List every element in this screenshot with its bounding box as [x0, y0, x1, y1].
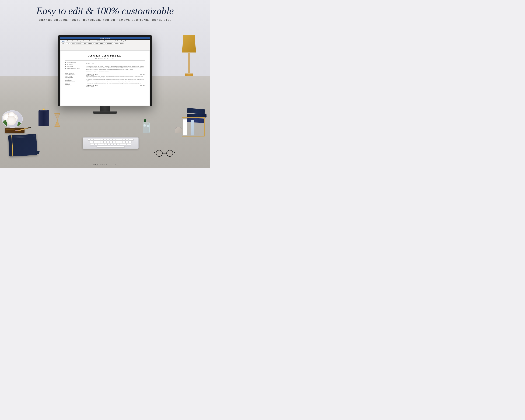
job-1-company: Company, Location — [86, 75, 145, 76]
key-row-2 — [84, 141, 137, 143]
rose-4 — [7, 116, 16, 125]
blue-accessories — [35, 151, 39, 154]
candle — [38, 109, 49, 126]
key-backspace — [129, 139, 133, 140]
svg-line-5 — [154, 152, 156, 153]
key — [119, 139, 122, 140]
contact-location: Your City, State — [65, 66, 84, 67]
resume-content: JAMES CAMPBELL PROFESSIONAL TITLE yourem… — [61, 51, 149, 105]
key — [88, 139, 91, 140]
candle-highlight — [40, 110, 47, 111]
svg-point-7 — [156, 150, 162, 156]
monitor-screen: Home Insert Draw Design Layout Reference… — [60, 40, 150, 106]
keyboard-keys — [83, 138, 138, 149]
style-title[interactable]: AaBb Title — [106, 42, 113, 45]
keyboard — [83, 137, 139, 149]
email-text: youremail@mail.com — [67, 62, 75, 63]
skill-5: Reducing Costs — [65, 78, 84, 79]
tab-view[interactable]: View — [109, 40, 114, 42]
skill-7: Resource Management — [65, 81, 84, 82]
tab-shape-format[interactable]: Shape Format — [120, 40, 130, 42]
key-row-space — [84, 146, 137, 148]
tape-dispenser — [175, 127, 182, 133]
lamp-shade — [182, 35, 196, 53]
key — [122, 141, 125, 143]
key — [110, 139, 112, 140]
tab-references[interactable]: References — [88, 40, 96, 42]
notebook — [8, 134, 37, 157]
key — [94, 139, 97, 140]
tab-draw[interactable]: Draw — [72, 40, 76, 42]
key — [116, 139, 119, 140]
word-title-text: 2 Page Resume — [100, 37, 110, 39]
key — [120, 143, 123, 145]
candle-body — [38, 110, 49, 126]
key — [125, 139, 128, 140]
style-normal[interactable]: AaBbCcDd Normal — [71, 42, 82, 45]
font-btn[interactable]: B I U — [66, 43, 70, 44]
key — [94, 141, 97, 143]
key-enter — [126, 143, 131, 145]
tab-insert[interactable]: Insert — [66, 40, 71, 42]
job-1-bullet-1: Targeting your resume to the job posting… — [87, 79, 145, 81]
key-caps — [90, 143, 94, 145]
ice-cube — [143, 124, 146, 127]
header-section: Easy to edit & 100% customizable CHANGE … — [0, 5, 210, 21]
summary-heading: SUMMARY — [86, 63, 145, 65]
key-tab — [90, 141, 94, 143]
style-heading2[interactable]: AaBbCc Heading 2 — [94, 42, 105, 45]
key — [107, 143, 110, 145]
monitor-stand-base — [93, 112, 117, 113]
key — [97, 141, 100, 143]
vase-bowl — [2, 110, 23, 128]
svg-line-6 — [173, 152, 175, 153]
desk-lamp — [182, 35, 196, 76]
card-in-organizer — [191, 120, 194, 135]
key — [123, 143, 126, 145]
organizer-frame — [182, 117, 205, 137]
skill-4: Improving Efficiency — [65, 77, 84, 78]
styles-btn[interactable]: Styles — [114, 43, 119, 44]
leaf-2 — [17, 122, 21, 128]
skill-9: Adaptability — [65, 84, 84, 85]
pen — [6, 130, 15, 130]
key — [129, 141, 131, 143]
tab-design[interactable]: Design — [76, 40, 82, 42]
desk-tray — [5, 128, 25, 133]
summary-text: Technical project manager with 9+ years … — [86, 66, 145, 70]
tab-review[interactable]: Review — [103, 40, 109, 42]
key — [97, 139, 100, 140]
glass-body — [143, 122, 150, 133]
tape-roll — [175, 127, 182, 133]
blue-accessory-1 — [35, 150, 40, 154]
contact-phone: 555.555.5555 — [65, 64, 84, 65]
key — [103, 141, 106, 143]
location-text: Your City, State — [67, 66, 73, 67]
linkedin-icon — [65, 68, 66, 69]
word-toolbar: Home Insert Draw Design Layout Reference… — [60, 40, 150, 51]
key — [110, 141, 112, 143]
key — [98, 143, 101, 145]
tab-layout[interactable]: Layout — [82, 40, 88, 42]
main-title: Easy to edit & 100% customizable — [0, 5, 210, 17]
style-heading1[interactable]: AaBbCc Heading 1 — [82, 42, 94, 45]
share-btn[interactable]: Share — [119, 43, 123, 44]
key — [103, 139, 106, 140]
skill-8: Leadership — [65, 83, 84, 84]
key — [125, 141, 128, 143]
key — [113, 141, 116, 143]
skill-1: Process Improvement — [65, 73, 84, 74]
key — [114, 143, 117, 145]
monitor-stand-neck — [100, 106, 110, 112]
flower-vase — [2, 110, 23, 128]
paste-btn[interactable]: Paste — [61, 43, 65, 44]
tab-mailings[interactable]: Mailings — [97, 40, 103, 42]
tab-home[interactable]: Home — [61, 40, 66, 42]
ice-cube — [147, 125, 149, 127]
experience-heading: PROFESSIONAL EXPERIENCE — [86, 71, 145, 73]
skill-10: Conflict Resolution — [65, 85, 84, 86]
key-space — [97, 146, 125, 148]
job-1-desc: To get the most impact for your effort, … — [86, 76, 145, 79]
key-row-1 — [84, 139, 137, 140]
tab-acrobat[interactable]: Acrobat — [114, 40, 120, 42]
